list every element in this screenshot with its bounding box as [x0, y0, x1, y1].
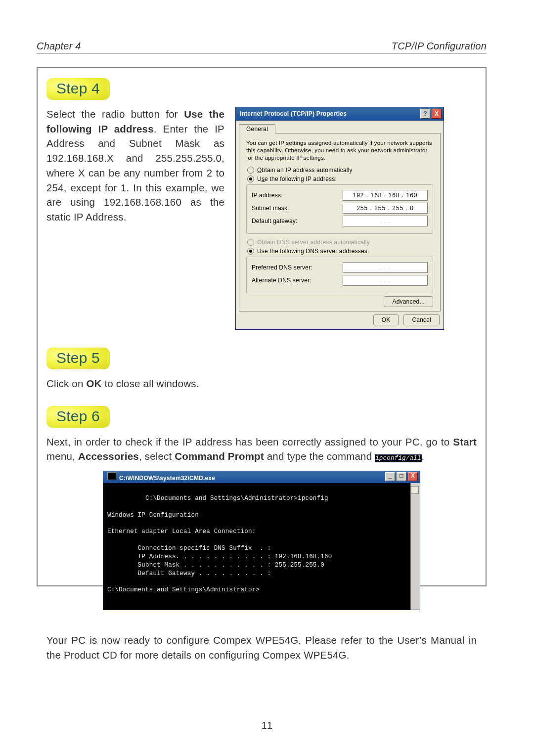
cmd-window: C:\WINDOWS\system32\CMD.exe _ □ X C:\Doc… — [103, 471, 420, 610]
content-frame: Step 4 Select the radio button for Use t… — [37, 67, 487, 586]
cmd-title: C:\WINDOWS\system32\CMD.exe — [119, 475, 215, 482]
pdns-input[interactable]: . . . — [343, 262, 428, 273]
s6cmd: ipconfig/all — [375, 454, 421, 462]
step4-text-2: . Enter the IP Address and Subnet Mask a… — [46, 123, 224, 222]
tab-general[interactable]: General — [239, 124, 275, 133]
page-number: 11 — [0, 720, 534, 731]
close-icon[interactable]: X — [408, 472, 418, 481]
ip-input[interactable]: 192 . 168 . 168 . 160 — [343, 190, 428, 201]
minimize-icon[interactable]: _ — [385, 472, 395, 481]
radio-icon-selected — [247, 248, 254, 255]
ok-button[interactable]: OK — [373, 314, 399, 325]
scroll-thumb[interactable] — [411, 486, 419, 494]
step4-text-1: Select the radio button for — [46, 108, 184, 120]
radio-obtain-dns-label: Obtain DNS server address automatically — [257, 239, 370, 246]
subnet-input[interactable]: 255 . 255 . 255 . 0 — [343, 203, 428, 214]
step6-badge: Step 6 — [46, 406, 110, 428]
step4-badge: Step 4 — [46, 78, 110, 100]
step5-text: Click on OK to close all windows. — [46, 376, 477, 391]
radio-obtain-dns: Obtain DNS server address automatically — [247, 239, 432, 246]
radio-icon — [247, 167, 254, 174]
close-icon[interactable]: X — [432, 109, 442, 119]
dialog-titlebar[interactable]: Internet Protocol (TCP/IP) Properties ? … — [236, 107, 444, 121]
step5-ok: OK — [86, 378, 101, 389]
radio-use-ip[interactable]: Use the following IP address: — [247, 176, 432, 182]
advanced-button[interactable]: Advanced... — [384, 296, 433, 307]
step4-text: Select the radio button for Use the foll… — [46, 107, 224, 224]
help-icon[interactable]: ? — [420, 109, 430, 119]
tcpip-dialog: Internet Protocol (TCP/IP) Properties ? … — [235, 107, 444, 330]
s6start: Start — [453, 436, 477, 447]
header-left: Chapter 4 — [37, 41, 81, 52]
closing-text: Your PC is now ready to configure Compex… — [46, 633, 477, 662]
radio-use-dns[interactable]: Use the following DNS server addresses: — [247, 248, 432, 255]
adns-label: Alternate DNS server: — [252, 277, 312, 284]
dialog-title: Internet Protocol (TCP/IP) Properties — [240, 110, 347, 117]
cmd-titlebar[interactable]: C:\WINDOWS\system32\CMD.exe _ □ X — [103, 471, 420, 483]
maximize-icon[interactable]: □ — [397, 472, 406, 481]
pdns-label: Preferred DNS server: — [252, 264, 312, 271]
header-right: TCP/IP Configuration — [392, 41, 487, 52]
s6t3: , select — [139, 450, 175, 462]
radio-icon-selected — [247, 176, 254, 182]
cancel-button[interactable]: Cancel — [403, 314, 440, 325]
s6t5: . — [422, 450, 425, 462]
radio-obtain-ip-label: btain an IP address automatically — [262, 167, 353, 174]
step5-badge: Step 5 — [46, 348, 110, 369]
step6-text: Next, in order to check if the IP addres… — [46, 435, 477, 464]
cmd-body-text: C:\Documents and Settings\Administrator>… — [107, 495, 332, 594]
s6t2: menu, — [46, 450, 78, 462]
step5-t1: Click on — [46, 378, 86, 389]
ip-label: IP address: — [252, 192, 283, 199]
radio-icon — [247, 239, 254, 246]
cmd-output[interactable]: C:\Documents and Settings\Administrator>… — [103, 483, 420, 610]
radio-use-dns-label: Use the following DNS server addresses: — [257, 248, 369, 255]
s6acc: Accessories — [78, 450, 139, 462]
subnet-label: Subnet mask: — [252, 205, 289, 212]
gateway-label: Default gateway: — [252, 218, 298, 224]
dialog-desc: You can get IP settings assigned automat… — [246, 139, 433, 162]
radio-obtain-ip[interactable]: Obtain an IP address automatically — [247, 167, 432, 174]
step5-t2: to close all windows. — [102, 378, 199, 389]
page-header: Chapter 4 TCP/IP Configuration — [37, 41, 487, 53]
s6t1: Next, in order to check if the IP addres… — [46, 436, 453, 447]
cmd-icon — [107, 472, 116, 480]
s6cmdp: Command Prompt — [175, 450, 264, 462]
adns-input[interactable]: . . . — [343, 275, 428, 286]
s6t4: and type the command — [264, 450, 375, 462]
gateway-input[interactable]: . . . — [343, 216, 428, 226]
